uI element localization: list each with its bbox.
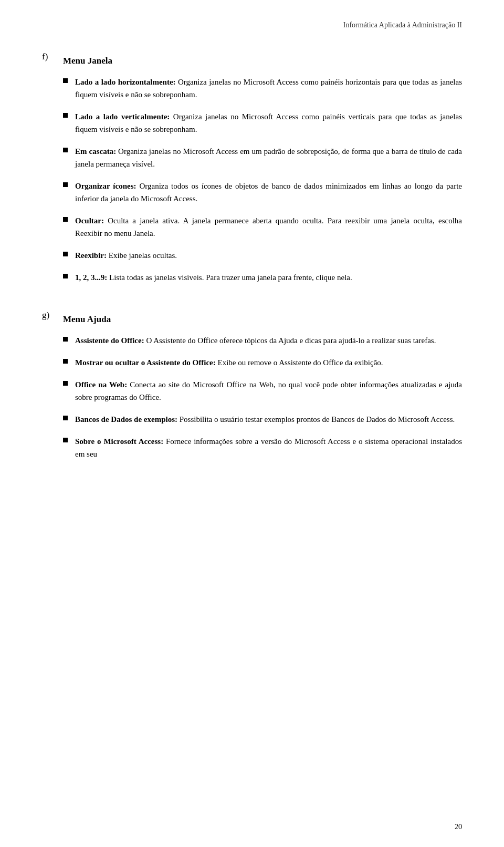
section-f-heading: Menu Janela [63,56,462,66]
list-item: 1, 2, 3...9: Lista todas as janelas visí… [63,271,462,284]
section-f-content: Menu Janela Lado a lado horizontalmente:… [63,50,462,293]
list-item: Lado a lado verticalmente: Organiza jane… [63,110,462,136]
bullet-icon [63,337,68,342]
list-item: Bancos de Dados de exemplos: Possibilita… [63,413,462,426]
list-item: Office na Web: Conecta ao site do Micros… [63,378,462,404]
item-text: Bancos de Dados de exemplos: Possibilita… [75,413,462,426]
item-text: Organizar ícones: Organiza todos os ícon… [75,180,462,205]
item-bold: Office na Web: [75,380,127,389]
bullet-icon [63,182,68,187]
list-item: Lado a lado horizontalmente: Organiza ja… [63,76,462,101]
item-bold: Assistente do Office: [75,336,144,345]
bullet-icon [63,252,68,256]
item-body: Oculta a janela ativa. A janela permanec… [75,216,462,237]
section-g: g) Menu Ajuda Assistente do Office: O As… [42,309,462,470]
bullet-icon [63,148,68,152]
item-bold: Organizar ícones: [75,182,136,190]
item-text: Mostrar ou ocultar o Assistente do Offic… [75,356,462,369]
page: Informática Aplicada à Administração II … [0,0,504,847]
page-header: Informática Aplicada à Administração II [42,21,462,29]
item-body: Exibe ou remove o Assistente do Office d… [216,358,383,367]
item-bold: Lado a lado verticalmente: [75,112,170,121]
item-body: Conecta ao site do Microsoft Office na W… [75,380,462,401]
list-item: Reexibir: Exibe janelas ocultas. [63,249,462,262]
item-bold: Em cascata: [75,147,116,156]
list-item: Assistente do Office: O Assistente do Of… [63,334,462,347]
item-text: Assistente do Office: O Assistente do Of… [75,334,462,347]
header-title: Informática Aplicada à Administração II [343,21,462,29]
item-text: Ocultar: Oculta a janela ativa. A janela… [75,214,462,240]
item-text: Lado a lado verticalmente: Organiza jane… [75,110,462,136]
item-body: O Assistente do Office oferece tópicos d… [144,336,436,345]
item-bold: Ocultar: [75,216,104,225]
bullet-icon [63,381,68,386]
item-bold: Reexibir: [75,251,107,260]
item-bold: 1, 2, 3...9: [75,273,107,282]
section-g-label: g) [42,309,63,321]
item-bold: Bancos de Dados de exemplos: [75,415,177,424]
item-body: Exibe janelas ocultas. [107,251,177,260]
bullet-icon [63,217,68,222]
item-bold: Lado a lado horizontalmente: [75,78,176,86]
item-text: Em cascata: Organiza janelas no Microsof… [75,145,462,170]
section-g-list: Assistente do Office: O Assistente do Of… [63,334,462,460]
item-text: Office na Web: Conecta ao site do Micros… [75,378,462,404]
item-text: Reexibir: Exibe janelas ocultas. [75,249,462,262]
section-g-content: Menu Ajuda Assistente do Office: O Assis… [63,309,462,470]
item-bold: Mostrar ou ocultar o Assistente do Offic… [75,358,216,367]
section-g-heading: Menu Ajuda [63,314,462,325]
bullet-icon [63,438,68,442]
bullet-icon [63,359,68,364]
bullet-icon [63,274,68,278]
list-item: Em cascata: Organiza janelas no Microsof… [63,145,462,170]
section-f: f) Menu Janela Lado a lado horizontalmen… [42,50,462,293]
list-item: Sobre o Microsoft Access: Fornece inform… [63,435,462,460]
item-bold: Sobre o Microsoft Access: [75,437,163,446]
item-text: 1, 2, 3...9: Lista todas as janelas visí… [75,271,462,284]
item-body: Organiza janelas no Microsoft Access em … [75,147,462,168]
list-item: Mostrar ou ocultar o Assistente do Offic… [63,356,462,369]
bullet-icon [63,416,68,420]
list-item: Organizar ícones: Organiza todos os ícon… [63,180,462,205]
section-f-list: Lado a lado horizontalmente: Organiza ja… [63,76,462,284]
item-text: Lado a lado horizontalmente: Organiza ja… [75,76,462,101]
item-text: Sobre o Microsoft Access: Fornece inform… [75,435,462,460]
item-body: Possibilita o usuário testar exemplos pr… [177,415,455,424]
bullet-icon [63,78,68,83]
list-item: Ocultar: Oculta a janela ativa. A janela… [63,214,462,240]
page-number: 20 [455,823,462,831]
section-f-label: f) [42,50,63,62]
bullet-icon [63,113,68,118]
item-body: Lista todas as janelas visíveis. Para tr… [107,273,352,282]
